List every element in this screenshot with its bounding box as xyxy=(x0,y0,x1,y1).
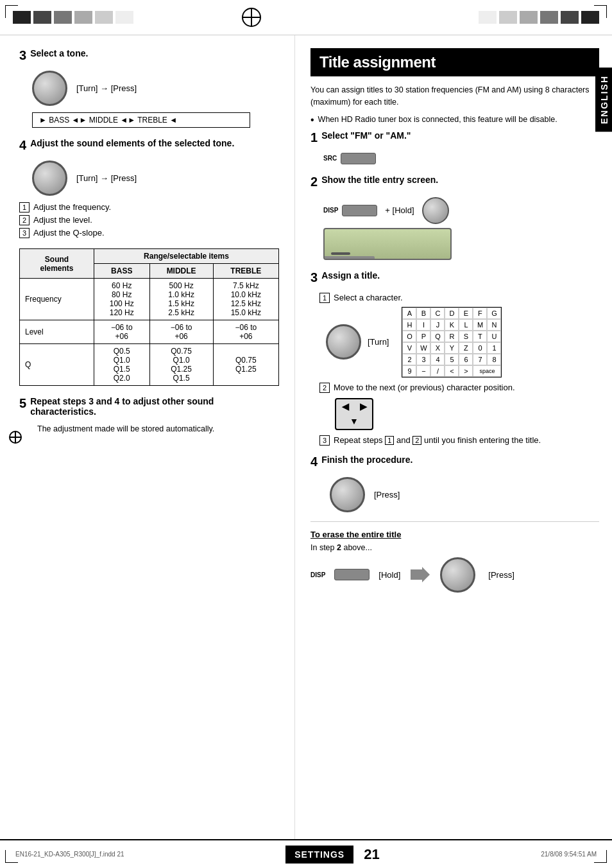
disp-label: DISP xyxy=(323,207,338,214)
char-7: 7 xyxy=(473,354,487,365)
src-label: SRC xyxy=(323,155,337,162)
right-step3-title: Assign a title. xyxy=(321,270,380,281)
char-row-2: H I J K L M N xyxy=(402,319,501,331)
reg-square-r5 xyxy=(561,11,579,24)
step3-instruction: [Turn] → [Press] xyxy=(76,83,137,93)
corner-mark-tl xyxy=(5,5,18,18)
forward-arrow-svg xyxy=(411,567,430,582)
table-cell-level-middle: −06 to+06 xyxy=(149,320,213,344)
reg-square-4 xyxy=(74,11,92,24)
step4-item3: 3 Adjust the Q-slope. xyxy=(19,228,279,238)
table-header-bass: BASS xyxy=(94,264,149,279)
char-5: 5 xyxy=(445,354,459,365)
disp-button-shape xyxy=(342,205,377,216)
step4-item2-num: 2 xyxy=(19,215,30,225)
step3-number: 3 xyxy=(19,48,26,63)
sub3-text: Repeat steps 1 and 2 until you finish en… xyxy=(334,435,541,445)
sub3-and: and xyxy=(396,435,411,445)
plus-hold-label: + [Hold] xyxy=(385,205,414,215)
table-header-elements: Soundelements xyxy=(20,249,94,279)
char-O: O xyxy=(402,331,416,342)
display-indicator xyxy=(331,252,350,255)
right-step4-header: 4 Finish the procedure. xyxy=(310,455,599,469)
bottom-bar: EN16-21_KD-A305_R300[J]_f.indd 21 SETTIN… xyxy=(0,839,612,868)
erase-disp-btn xyxy=(334,569,370,580)
erase-intro: In step 2 above... xyxy=(310,543,599,552)
turn-label: [Turn] xyxy=(368,337,389,347)
char-U: U xyxy=(487,331,501,342)
right-step3-number: 3 xyxy=(310,270,318,285)
step4-title: Adjust the sound elements of the selecte… xyxy=(30,138,234,148)
step4-finish-knob xyxy=(330,477,365,512)
reg-square-r1 xyxy=(479,11,497,24)
settings-badge: SETTINGS xyxy=(285,846,353,864)
char-F: F xyxy=(473,308,487,319)
step4-item2: 2 Adjust the level. xyxy=(19,215,279,225)
table-header-range: Range/selectable items xyxy=(94,249,278,264)
step4-press-label: [Press] xyxy=(374,490,400,499)
right-step3: 3 Assign a title. 1 Select a character. … xyxy=(310,270,599,446)
left-reg-marks xyxy=(13,11,133,24)
table-row-frequency: Frequency 60 Hz80 Hz100 Hz120 Hz 500 Hz1… xyxy=(20,279,279,320)
bullet-item: • When HD Radio tuner box is connected, … xyxy=(310,115,599,125)
footer-file: EN16-21_KD-A305_R300[J]_f.indd 21 xyxy=(15,851,124,858)
reg-square-5 xyxy=(95,11,113,24)
char-J: J xyxy=(430,319,445,331)
english-tab: ENGLISH xyxy=(595,67,612,132)
erase-press-label: [Press] xyxy=(488,570,514,580)
sub2-text: Move to the next (or previous) character… xyxy=(334,383,515,392)
char-grid: A B C D E F G H I J K xyxy=(402,307,502,378)
step4-item3-num: 3 xyxy=(19,228,30,238)
step3-knob-icon xyxy=(32,71,67,106)
table-row-level: Level −06 to+06 −06 to+06 −06 to+06 xyxy=(20,320,279,344)
left-right-arrows: ◀ ▶ xyxy=(336,401,372,412)
sub2-num: 2 xyxy=(319,383,330,393)
sub3-ref1: 1 xyxy=(385,436,394,445)
src-button-row: SRC xyxy=(323,153,599,164)
step4-item3-text: Adjust the Q-slope. xyxy=(33,228,105,238)
table-cell-level-bass: −06 to+06 xyxy=(94,320,149,344)
char-select-knob xyxy=(326,324,361,360)
page-number: 21 xyxy=(364,846,379,863)
corner-mark-br xyxy=(594,850,607,863)
disp-row: DISP + [Hold] xyxy=(323,197,599,224)
step5-section: 5 Repeat steps 3 and 4 to adjust other s… xyxy=(19,396,279,433)
char-D: D xyxy=(445,308,459,319)
left-crosshair xyxy=(9,431,22,444)
step2-knob-icon xyxy=(422,197,449,224)
reg-square-2 xyxy=(33,11,51,24)
table-cell-q-label: Q xyxy=(20,344,94,386)
char-gt: > xyxy=(459,365,473,377)
right-step2: 2 Show the title entry screen. DISP + [H… xyxy=(310,175,599,260)
step4-item2-text: Adjust the level. xyxy=(33,215,92,225)
down-arrow-icon: ▼ xyxy=(350,416,359,426)
right-reg-marks xyxy=(479,11,599,24)
left-arrow-icon: ◀ xyxy=(342,401,349,412)
erase-hold-label: [Hold] xyxy=(378,570,400,580)
char-S: S xyxy=(459,331,473,342)
sub1-num: 1 xyxy=(319,293,330,303)
footer-date: 21/8/08 9:54:51 AM xyxy=(541,851,597,858)
right-step4: 4 Finish the procedure. [Press] xyxy=(310,455,599,512)
char-E: E xyxy=(459,308,473,319)
sub1-item: 1 Select a character. xyxy=(319,293,599,303)
char-row-4: V W X Y Z 0 1 xyxy=(402,342,501,354)
char-T: T xyxy=(473,331,487,342)
char-G: G xyxy=(487,308,501,319)
svg-marker-0 xyxy=(411,567,430,582)
right-step4-title: Finish the procedure. xyxy=(321,455,412,465)
char-space: space xyxy=(473,365,501,377)
table-cell-q-bass: Q0.5Q1.0Q1.5Q2.0 xyxy=(94,344,149,386)
char-L: L xyxy=(459,319,473,331)
char-3: 3 xyxy=(416,354,430,365)
right-step2-title: Show the title entry screen. xyxy=(321,175,438,185)
char-row-1: A B C D E F G xyxy=(402,308,501,319)
sub1-text: Select a character. xyxy=(334,293,403,302)
erase-title: To erase the entire title xyxy=(310,530,599,539)
step3-section: 3 Select a tone. [Turn] → [Press] ► BASS… xyxy=(19,48,279,128)
right-step1-header: 1 Select "FM" or "AM." xyxy=(310,130,599,145)
erase-section: To erase the entire title In step 2 abov… xyxy=(310,521,599,593)
table-header-middle: MIDDLE xyxy=(149,264,213,279)
reg-square-3 xyxy=(54,11,72,24)
bullet-text: When HD Radio tuner box is connected, th… xyxy=(318,115,557,124)
